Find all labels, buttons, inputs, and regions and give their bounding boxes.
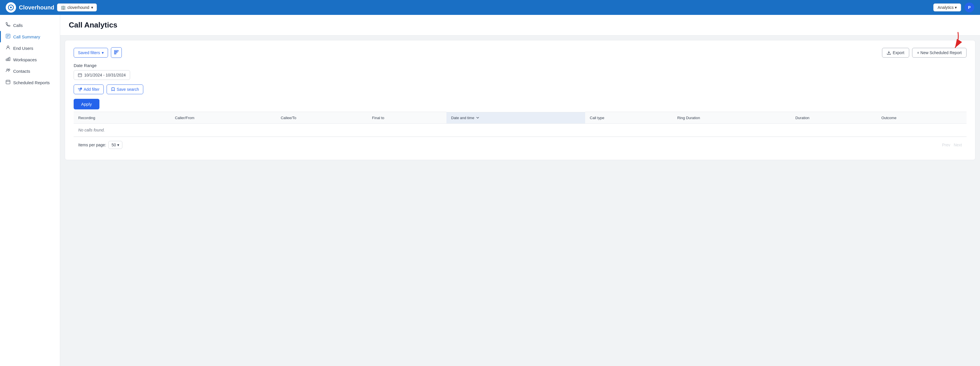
analytics-chevron-icon: ▾ xyxy=(955,5,957,10)
scheduled-reports-icon xyxy=(6,79,10,86)
sidebar-item-contacts[interactable]: Contacts xyxy=(0,65,60,77)
col-call-type[interactable]: Call type xyxy=(585,112,673,124)
save-search-button[interactable]: Save search xyxy=(107,84,143,94)
table-body: No calls found. xyxy=(74,124,967,136)
svg-rect-17 xyxy=(115,52,117,53)
main-content: Call Analytics Saved filters ▾ xyxy=(60,15,980,366)
col-recording[interactable]: Recording xyxy=(74,112,170,124)
export-button[interactable]: Export xyxy=(882,48,909,57)
col-duration[interactable]: Duration xyxy=(791,112,877,124)
date-range-input[interactable]: 10/1/2024 - 10/31/2024 xyxy=(74,70,130,80)
pagination-row: Items per page: 50 ▾ Prev Next xyxy=(74,136,967,153)
analytics-label: Analytics xyxy=(938,5,954,10)
nav-left: Cloverhound 🏢 cloverhound ▾ xyxy=(6,2,97,13)
svg-rect-20 xyxy=(78,74,82,77)
apply-label: Apply xyxy=(81,102,92,106)
items-per-page-label: Items per page: xyxy=(78,143,106,147)
col-final-to[interactable]: Final to xyxy=(368,112,447,124)
logo-text: Cloverhound xyxy=(19,4,54,11)
page-title: Call Analytics xyxy=(69,21,971,30)
date-range-label: Date Range xyxy=(74,63,967,68)
page-header: Call Analytics xyxy=(60,15,980,35)
per-page-value: 50 xyxy=(111,143,116,147)
calendar-icon xyxy=(78,73,82,77)
org-chevron-icon: ▾ xyxy=(91,5,93,10)
org-switcher[interactable]: 🏢 cloverhound ▾ xyxy=(57,3,97,11)
saved-filters-label: Saved filters xyxy=(78,51,100,55)
export-icon xyxy=(887,51,891,55)
filter-left: Saved filters ▾ xyxy=(74,47,122,58)
sidebar-label-call-summary: Call Summary xyxy=(13,34,40,39)
svg-rect-7 xyxy=(6,59,7,61)
user-avatar[interactable]: P xyxy=(964,3,974,12)
svg-rect-8 xyxy=(8,58,9,61)
new-report-label: + New Scheduled Report xyxy=(917,51,962,55)
sidebar-item-workspaces[interactable]: Workspaces xyxy=(0,54,60,65)
sidebar-item-call-summary[interactable]: Call Summary xyxy=(0,31,60,43)
svg-point-6 xyxy=(7,46,9,48)
per-page-chevron-icon: ▾ xyxy=(117,143,119,147)
new-scheduled-report-button[interactable]: + New Scheduled Report xyxy=(912,48,967,57)
add-filter-icon xyxy=(78,87,82,91)
org-icon: 🏢 xyxy=(61,5,65,10)
bookmark-icon xyxy=(111,87,115,91)
sidebar-item-end-users[interactable]: End Users xyxy=(0,43,60,54)
end-users-icon xyxy=(6,45,10,51)
org-name: cloverhound xyxy=(67,5,89,10)
saved-filters-chevron-icon: ▾ xyxy=(102,51,104,55)
date-range-value: 10/1/2024 - 10/31/2024 xyxy=(84,73,126,77)
sidebar-item-scheduled-reports[interactable]: Scheduled Reports xyxy=(0,77,60,88)
sidebar-label-end-users: End Users xyxy=(13,46,33,51)
next-button[interactable]: Next xyxy=(954,143,962,147)
col-date-time[interactable]: Date and time xyxy=(447,112,585,124)
filter-columns-icon xyxy=(114,50,119,54)
saved-filters-button[interactable]: Saved filters ▾ xyxy=(74,48,108,57)
svg-rect-16 xyxy=(115,51,118,51)
svg-point-10 xyxy=(7,69,8,70)
table-header: Recording Caller/From Callee/To Final to xyxy=(74,112,967,124)
apply-button[interactable]: Apply xyxy=(74,99,99,109)
nav-right: Analytics ▾ P xyxy=(933,3,974,12)
sort-desc-icon xyxy=(476,116,479,119)
sidebar-label-calls: Calls xyxy=(13,23,23,28)
add-filter-button[interactable]: Add filter xyxy=(74,84,104,94)
analytics-button[interactable]: Analytics ▾ xyxy=(933,3,961,11)
filter-icon-button[interactable] xyxy=(111,47,122,58)
col-callee-to[interactable]: Callee/To xyxy=(276,112,368,124)
contacts-icon xyxy=(6,68,10,74)
per-page-select[interactable]: 50 ▾ xyxy=(108,141,123,149)
sidebar-item-calls[interactable]: Calls xyxy=(0,19,60,31)
svg-point-11 xyxy=(9,69,10,70)
date-range-section: Date Range 10/1/2024 - 10/31/2024 xyxy=(74,63,967,80)
body-layout: Calls Call Summary End Users Workspaces … xyxy=(0,15,980,366)
export-label: Export xyxy=(892,51,904,55)
workspaces-icon xyxy=(6,57,10,62)
col-outcome[interactable]: Outcome xyxy=(877,112,967,124)
top-nav: Cloverhound 🏢 cloverhound ▾ Analytics ▾ … xyxy=(0,0,980,15)
logo-icon xyxy=(6,2,16,13)
content-area: Saved filters ▾ xyxy=(65,40,975,160)
add-filter-label: Add filter xyxy=(84,87,99,92)
action-row: Add filter Save search xyxy=(74,84,967,94)
sidebar-label-contacts: Contacts xyxy=(13,69,30,74)
sidebar: Calls Call Summary End Users Workspaces … xyxy=(0,15,60,366)
items-per-page: Items per page: 50 ▾ xyxy=(78,141,123,149)
svg-rect-18 xyxy=(115,53,116,54)
pagination-controls: Prev Next xyxy=(942,143,962,147)
svg-point-1 xyxy=(10,6,12,8)
user-initial: P xyxy=(968,5,970,10)
prev-button[interactable]: Prev xyxy=(942,143,950,147)
svg-rect-9 xyxy=(9,57,10,61)
filter-top-row: Saved filters ▾ xyxy=(74,47,967,58)
save-search-label: Save search xyxy=(117,87,139,92)
svg-rect-12 xyxy=(6,80,10,84)
calls-icon xyxy=(6,22,10,28)
data-table: Recording Caller/From Callee/To Final to xyxy=(74,112,967,136)
sidebar-label-workspaces: Workspaces xyxy=(13,57,37,62)
col-ring-duration[interactable]: Ring Duration xyxy=(673,112,791,124)
empty-state-row: No calls found. xyxy=(74,124,967,136)
empty-message: No calls found. xyxy=(74,124,967,136)
col-caller-from[interactable]: Caller/From xyxy=(170,112,276,124)
call-summary-icon xyxy=(6,34,10,40)
filter-right: Export + New Scheduled Report xyxy=(882,48,967,57)
